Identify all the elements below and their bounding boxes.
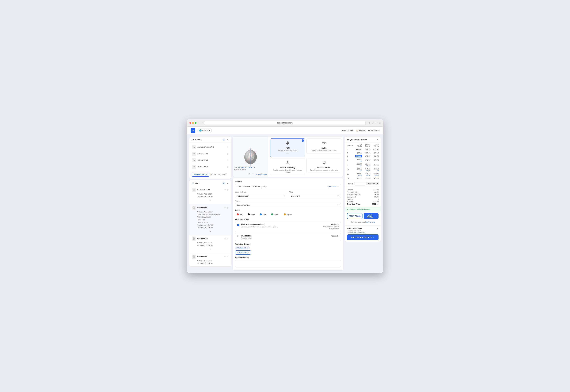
language-label: English <box>202 129 209 131</box>
cart-item: BB-1009L.stl ⧉ 🗑 Material: ABS-ESD7 Pric… <box>189 235 231 253</box>
model-item[interactable]: STL AA-24AU-7000ST.stl 🗑 <box>189 144 231 151</box>
post-production-section: Post Production ✓ Shell treatment with s… <box>235 218 341 241</box>
black-dot <box>248 213 250 215</box>
spec-sheet-link[interactable]: Spec sheet <box>328 186 336 188</box>
viewer-expand-icon[interactable]: ⤢ <box>252 172 253 175</box>
add-order-details-button[interactable]: ADD ORDER DETAILS → <box>347 234 378 240</box>
recent-uploads-button[interactable]: RECENT UPLOADS <box>210 174 227 176</box>
cart-item-copy-button[interactable]: ⧉ <box>225 255 226 258</box>
svg-rect-17 <box>287 144 288 145</box>
cart-item-collapse-button[interactable]: ▲ <box>192 229 229 233</box>
layer-thickness-select[interactable]: High resolution Standard resolution Low … <box>235 194 287 198</box>
model-delete-icon[interactable]: 🗑 <box>227 159 229 161</box>
process-milling-card[interactable]: Multi-Axis Milling Used to machine flat … <box>270 158 305 175</box>
file-remove-icon[interactable]: ✕ <box>247 247 248 249</box>
highlighted-price: $65.50 <box>355 155 362 157</box>
model-delete-icon[interactable]: 🗑 <box>227 153 229 155</box>
cart-item-delete-button[interactable]: 🗑 <box>227 189 229 191</box>
shell-treatment-sub: Incl. setup cost of $100Min. price $50 <box>323 226 339 230</box>
drawing-file-tag[interactable]: drawings.pdf ✕ <box>235 246 250 249</box>
cart-item-delete-button[interactable]: 🗑 <box>227 255 229 258</box>
filling-select[interactable]: Standard fill 25% infill 50% infill 100%… <box>289 194 341 198</box>
model-item[interactable]: STL AA-Z022T.stl 🗑 <box>189 151 231 157</box>
svg-point-3 <box>193 237 195 240</box>
additional-notes-input[interactable] <box>235 260 341 267</box>
info-icon: ℹ <box>341 129 342 131</box>
priority-field: Priority Express service Standard Econom… <box>235 200 341 207</box>
left-panel: 🗂 Models 3 ▲ STL AA-24AU-7000ST.stl 🗑 <box>189 137 231 270</box>
cart-item-delete-button[interactable]: 🗑 <box>227 237 229 240</box>
color-blue-option[interactable]: Blue <box>258 212 268 216</box>
lang-chevron-icon: ▾ <box>209 129 210 131</box>
priority-select[interactable]: Express service Standard Economy <box>235 203 341 207</box>
process-fdm-desc: Fast visualization of concepts <box>278 150 298 152</box>
process-lathe-card[interactable]: Lathe Used to produce precise round shap… <box>306 139 341 154</box>
language-selector[interactable]: 🌐 English ▾ <box>198 128 211 132</box>
material-row[interactable]: ABS Ultimaker / LEGO-like quality Spec s… <box>235 184 341 189</box>
cart-collapse-button[interactable]: ▲ <box>226 182 229 184</box>
models-count-badge: 3 <box>222 139 225 141</box>
model-item[interactable]: STL L0-12U-7K.stl 🗑 <box>189 164 231 170</box>
model-delete-icon[interactable]: 🗑 <box>227 146 229 148</box>
cart-item-name: BallDone.stl <box>197 207 223 209</box>
color-green-option[interactable]: Green <box>270 212 281 216</box>
quantity-priority-table: Quantity Low Priority Medium Priority Hi… <box>345 143 380 180</box>
color-black-option[interactable]: Black <box>246 212 257 216</box>
total-item-label: Total Item Price <box>347 203 360 205</box>
next-model-button[interactable]: NEXT MODEL → <box>364 213 378 219</box>
total-bar: Total: $10,000.00 Discount (5%): -$172 S… <box>345 225 381 242</box>
total-collapse-button[interactable]: ▲ <box>376 227 378 229</box>
choose-file-button[interactable]: CHOOSE FILE <box>235 251 251 254</box>
green-dot <box>271 213 273 215</box>
svg-rect-19 <box>322 142 326 143</box>
color-yellow-option[interactable]: Yellow <box>282 212 293 216</box>
model-delete-icon[interactable]: 🗑 <box>227 166 229 168</box>
table-row: 2 $93.00 $120.00 $93.00 <box>345 151 380 154</box>
settings-chevron-icon: ▾ <box>378 129 379 131</box>
svg-point-2 <box>193 207 195 208</box>
settings-link[interactable]: ⚙ Settings ▾ <box>368 129 379 131</box>
cart-detail-quantity: Quantity: 1000 <box>197 221 229 224</box>
orders-link[interactable]: 📋 Orders <box>356 129 365 131</box>
startup-cost-value: $0.00 <box>374 196 378 198</box>
wax-coating-checkbox[interactable] <box>237 235 240 237</box>
cart-item-expand-button[interactable]: ▾ <box>192 247 229 252</box>
cart-item-name: BallDone.stl <box>197 256 223 258</box>
cart-detail-material: Material: ABS-ESD7 <box>197 260 229 262</box>
top-nav: ✦ 🌐 English ▾ ℹ How it works 📋 Orders ⚙ <box>187 127 383 134</box>
models-collapse-button[interactable]: ▲ <box>226 139 229 141</box>
resize-model-link[interactable]: ✎ Resize model <box>256 174 267 175</box>
model-thumb: STL <box>192 145 196 149</box>
shell-treatment-checkbox[interactable]: ✓ <box>237 224 240 226</box>
price-breakdown: Per part $177.00 Post production $0.00 P… <box>345 187 381 207</box>
cart-item-copy-button[interactable]: ⧉ <box>225 189 226 191</box>
viewer-cube-icon[interactable]: ⬡ <box>248 172 250 175</box>
shell-treatment-price: +$135,25 <box>323 224 339 226</box>
cart-thumb <box>192 206 196 210</box>
apply-to-all-button[interactable]: APPLY TO ALL <box>347 213 362 219</box>
how-it-works-link[interactable]: ℹ How it works <box>341 129 353 131</box>
color-black-label: Black <box>251 213 255 215</box>
address-bar[interactable]: app.digifabster.com <box>204 121 365 125</box>
qp-collapse-button[interactable]: ▲ <box>376 139 378 141</box>
viewer-card: Size: 90.00 x 60.00 x 90.00 mm Volume: 5… <box>233 137 343 177</box>
process-fdm-card[interactable]: ✓ FDM <box>270 139 305 157</box>
model-thumb: STL <box>192 158 196 162</box>
quantity-input[interactable] <box>355 182 365 185</box>
ask-for-help-link[interactable]: Ask for help <box>366 221 375 223</box>
priority-dropdown[interactable]: Standard Low Medium High <box>366 182 378 185</box>
process-multijet-card[interactable]: MultiJet Fusion Speedily produces accura… <box>306 158 341 173</box>
browse-files-button[interactable]: BROWSE FILES <box>192 173 209 177</box>
color-red-option[interactable]: Red <box>235 212 245 216</box>
cart-item-copy-button[interactable]: ⧉ <box>225 237 226 240</box>
wax-coating-desc: Add nice shine <box>241 237 330 239</box>
cart-item-copy-button[interactable]: ⧉ <box>225 207 226 209</box>
model-item[interactable]: STL BB-1009L.stl 🗑 <box>189 157 231 164</box>
cart-item-expand-button[interactable]: ▾ <box>192 198 229 203</box>
quantity-control-label: Quantity <box>347 183 353 184</box>
milling-icon <box>285 160 290 166</box>
table-row: 1 $175.50 $180.50 $175.50 <box>345 148 380 151</box>
cart-item-delete-button[interactable]: 🗑 <box>227 207 229 209</box>
shell-treatment-name: Shell treatment with solvent <box>241 224 322 226</box>
wax-coating-name: Wax coating <box>241 235 330 237</box>
